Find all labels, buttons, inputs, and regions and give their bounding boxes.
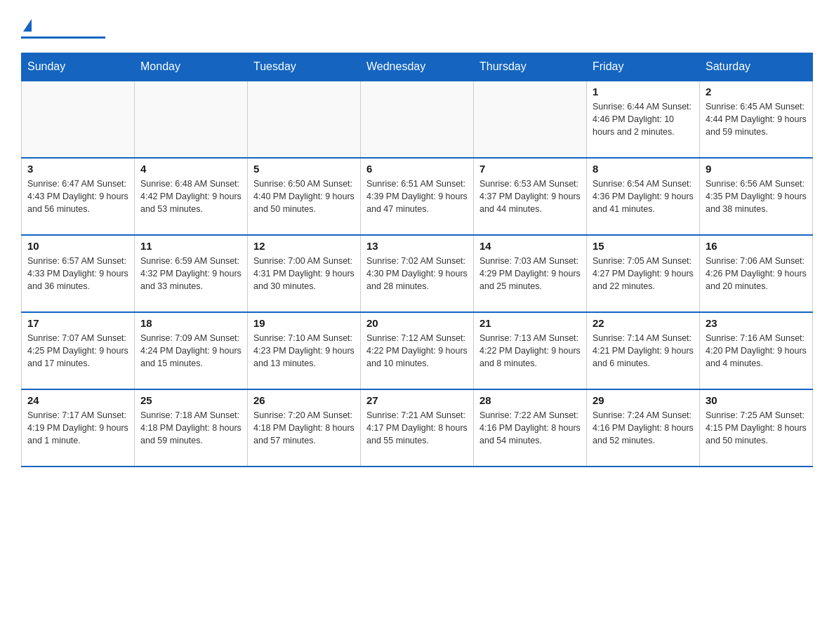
calendar-cell: 8Sunrise: 6:54 AM Sunset: 4:36 PM Daylig… xyxy=(587,158,700,235)
calendar-cell: 13Sunrise: 7:02 AM Sunset: 4:30 PM Dayli… xyxy=(361,235,474,312)
day-number: 13 xyxy=(366,240,468,252)
day-number: 9 xyxy=(706,163,807,175)
day-number: 4 xyxy=(140,163,241,175)
calendar-cell: 7Sunrise: 6:53 AM Sunset: 4:37 PM Daylig… xyxy=(474,158,587,235)
calendar-day-header: Sunday xyxy=(22,53,135,81)
day-number: 29 xyxy=(593,394,694,406)
calendar-cell: 27Sunrise: 7:21 AM Sunset: 4:17 PM Dayli… xyxy=(361,389,474,467)
day-info: Sunrise: 6:47 AM Sunset: 4:43 PM Dayligh… xyxy=(27,177,128,215)
day-info: Sunrise: 7:21 AM Sunset: 4:17 PM Dayligh… xyxy=(366,409,468,447)
calendar-cell: 16Sunrise: 7:06 AM Sunset: 4:26 PM Dayli… xyxy=(700,235,813,312)
page-header xyxy=(21,14,813,39)
day-number: 24 xyxy=(27,394,128,406)
calendar-cell: 5Sunrise: 6:50 AM Sunset: 4:40 PM Daylig… xyxy=(248,158,361,235)
day-info: Sunrise: 7:06 AM Sunset: 4:26 PM Dayligh… xyxy=(706,255,807,293)
day-info: Sunrise: 7:12 AM Sunset: 4:22 PM Dayligh… xyxy=(366,332,468,370)
day-number: 12 xyxy=(253,240,355,252)
calendar-cell: 20Sunrise: 7:12 AM Sunset: 4:22 PM Dayli… xyxy=(361,312,474,389)
calendar-day-header: Monday xyxy=(135,53,248,81)
calendar-cell: 21Sunrise: 7:13 AM Sunset: 4:22 PM Dayli… xyxy=(474,312,587,389)
calendar-week-row: 1Sunrise: 6:44 AM Sunset: 4:46 PM Daylig… xyxy=(22,81,813,158)
day-info: Sunrise: 6:45 AM Sunset: 4:44 PM Dayligh… xyxy=(706,100,807,138)
day-number: 16 xyxy=(706,240,807,252)
calendar-week-row: 3Sunrise: 6:47 AM Sunset: 4:43 PM Daylig… xyxy=(22,158,813,235)
day-info: Sunrise: 6:48 AM Sunset: 4:42 PM Dayligh… xyxy=(140,177,241,215)
calendar-cell: 15Sunrise: 7:05 AM Sunset: 4:27 PM Dayli… xyxy=(587,235,700,312)
day-number: 17 xyxy=(27,317,128,329)
day-info: Sunrise: 7:14 AM Sunset: 4:21 PM Dayligh… xyxy=(593,332,694,370)
calendar-cell: 30Sunrise: 7:25 AM Sunset: 4:15 PM Dayli… xyxy=(700,389,813,467)
day-info: Sunrise: 7:05 AM Sunset: 4:27 PM Dayligh… xyxy=(593,255,694,293)
day-number: 3 xyxy=(27,163,128,175)
day-number: 30 xyxy=(706,394,807,406)
calendar-cell: 22Sunrise: 7:14 AM Sunset: 4:21 PM Dayli… xyxy=(587,312,700,389)
day-number: 19 xyxy=(253,317,355,329)
calendar-cell: 12Sunrise: 7:00 AM Sunset: 4:31 PM Dayli… xyxy=(248,235,361,312)
day-number: 6 xyxy=(366,163,468,175)
calendar-cell: 29Sunrise: 7:24 AM Sunset: 4:16 PM Dayli… xyxy=(587,389,700,467)
calendar-cell: 25Sunrise: 7:18 AM Sunset: 4:18 PM Dayli… xyxy=(135,389,248,467)
day-info: Sunrise: 7:17 AM Sunset: 4:19 PM Dayligh… xyxy=(27,409,128,447)
day-info: Sunrise: 7:07 AM Sunset: 4:25 PM Dayligh… xyxy=(27,332,128,370)
calendar-cell: 19Sunrise: 7:10 AM Sunset: 4:23 PM Dayli… xyxy=(248,312,361,389)
day-number: 7 xyxy=(479,163,581,175)
calendar-cell xyxy=(248,81,361,158)
day-info: Sunrise: 7:24 AM Sunset: 4:16 PM Dayligh… xyxy=(593,409,694,447)
calendar-week-row: 17Sunrise: 7:07 AM Sunset: 4:25 PM Dayli… xyxy=(22,312,813,389)
day-number: 22 xyxy=(593,317,694,329)
calendar-cell: 2Sunrise: 6:45 AM Sunset: 4:44 PM Daylig… xyxy=(700,81,813,158)
calendar-day-header: Saturday xyxy=(700,53,813,81)
day-number: 11 xyxy=(140,240,241,252)
calendar-week-row: 24Sunrise: 7:17 AM Sunset: 4:19 PM Dayli… xyxy=(22,389,813,467)
day-number: 28 xyxy=(479,394,581,406)
calendar-day-header: Friday xyxy=(587,53,700,81)
day-number: 20 xyxy=(366,317,468,329)
day-number: 2 xyxy=(706,86,807,98)
calendar-cell: 6Sunrise: 6:51 AM Sunset: 4:39 PM Daylig… xyxy=(361,158,474,235)
calendar-cell: 4Sunrise: 6:48 AM Sunset: 4:42 PM Daylig… xyxy=(135,158,248,235)
day-number: 25 xyxy=(140,394,241,406)
calendar-day-header: Tuesday xyxy=(248,53,361,81)
day-number: 10 xyxy=(27,240,128,252)
calendar-cell: 18Sunrise: 7:09 AM Sunset: 4:24 PM Dayli… xyxy=(135,312,248,389)
calendar-cell: 14Sunrise: 7:03 AM Sunset: 4:29 PM Dayli… xyxy=(474,235,587,312)
logo xyxy=(21,14,105,39)
day-info: Sunrise: 7:09 AM Sunset: 4:24 PM Dayligh… xyxy=(140,332,241,370)
calendar-day-header: Thursday xyxy=(474,53,587,81)
day-info: Sunrise: 6:59 AM Sunset: 4:32 PM Dayligh… xyxy=(140,255,241,293)
day-number: 15 xyxy=(593,240,694,252)
day-number: 14 xyxy=(479,240,581,252)
logo-underline xyxy=(21,36,105,39)
calendar-header-row: SundayMondayTuesdayWednesdayThursdayFrid… xyxy=(22,53,813,81)
calendar-cell: 26Sunrise: 7:20 AM Sunset: 4:18 PM Dayli… xyxy=(248,389,361,467)
calendar-cell: 3Sunrise: 6:47 AM Sunset: 4:43 PM Daylig… xyxy=(22,158,135,235)
day-number: 26 xyxy=(253,394,355,406)
calendar-table: SundayMondayTuesdayWednesdayThursdayFrid… xyxy=(21,53,813,467)
day-info: Sunrise: 7:20 AM Sunset: 4:18 PM Dayligh… xyxy=(253,409,355,447)
day-info: Sunrise: 6:54 AM Sunset: 4:36 PM Dayligh… xyxy=(593,177,694,215)
day-number: 18 xyxy=(140,317,241,329)
day-number: 8 xyxy=(593,163,694,175)
calendar-day-header: Wednesday xyxy=(361,53,474,81)
day-info: Sunrise: 6:53 AM Sunset: 4:37 PM Dayligh… xyxy=(479,177,581,215)
calendar-cell: 10Sunrise: 6:57 AM Sunset: 4:33 PM Dayli… xyxy=(22,235,135,312)
day-info: Sunrise: 6:50 AM Sunset: 4:40 PM Dayligh… xyxy=(253,177,355,215)
day-info: Sunrise: 7:13 AM Sunset: 4:22 PM Dayligh… xyxy=(479,332,581,370)
logo-triangle-icon xyxy=(23,19,32,32)
day-info: Sunrise: 7:18 AM Sunset: 4:18 PM Dayligh… xyxy=(140,409,241,447)
day-info: Sunrise: 7:22 AM Sunset: 4:16 PM Dayligh… xyxy=(479,409,581,447)
day-number: 21 xyxy=(479,317,581,329)
calendar-cell xyxy=(474,81,587,158)
calendar-cell: 28Sunrise: 7:22 AM Sunset: 4:16 PM Dayli… xyxy=(474,389,587,467)
day-info: Sunrise: 6:56 AM Sunset: 4:35 PM Dayligh… xyxy=(706,177,807,215)
day-info: Sunrise: 7:03 AM Sunset: 4:29 PM Dayligh… xyxy=(479,255,581,293)
day-number: 5 xyxy=(253,163,355,175)
calendar-cell: 9Sunrise: 6:56 AM Sunset: 4:35 PM Daylig… xyxy=(700,158,813,235)
day-info: Sunrise: 7:00 AM Sunset: 4:31 PM Dayligh… xyxy=(253,255,355,293)
calendar-cell xyxy=(135,81,248,158)
calendar-cell: 1Sunrise: 6:44 AM Sunset: 4:46 PM Daylig… xyxy=(587,81,700,158)
day-info: Sunrise: 7:25 AM Sunset: 4:15 PM Dayligh… xyxy=(706,409,807,447)
day-number: 23 xyxy=(706,317,807,329)
calendar-cell: 11Sunrise: 6:59 AM Sunset: 4:32 PM Dayli… xyxy=(135,235,248,312)
day-info: Sunrise: 6:57 AM Sunset: 4:33 PM Dayligh… xyxy=(27,255,128,293)
